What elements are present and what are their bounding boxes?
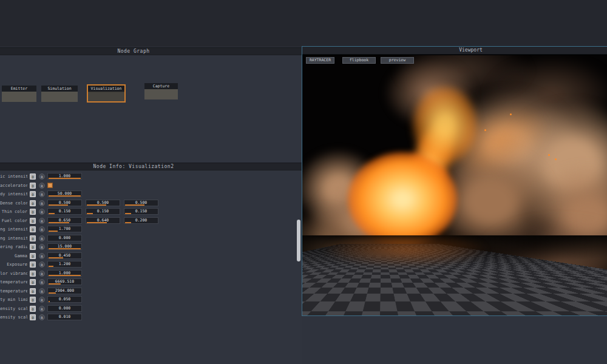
param-label: Thin color bbox=[0, 209, 27, 214]
value-field[interactable]: 1.000 bbox=[47, 270, 82, 277]
ember-spark bbox=[484, 129, 486, 131]
viewport-button-raytracer[interactable]: RAYTRACER bbox=[306, 57, 334, 64]
value-field[interactable]: 1.200 bbox=[47, 261, 82, 268]
viewport-scene[interactable]: RAYTRACERflipbookpreview bbox=[302, 55, 607, 315]
slider-fill bbox=[49, 275, 81, 276]
param-row: ering radius0R15.000 bbox=[0, 243, 302, 252]
keyframe-button[interactable]: 0 bbox=[30, 306, 36, 312]
value-field[interactable]: 0.500 bbox=[47, 200, 82, 206]
keyframe-button[interactable]: 0 bbox=[30, 235, 36, 241]
reset-button[interactable]: R bbox=[39, 174, 45, 180]
reset-button[interactable]: R bbox=[39, 314, 45, 320]
ember-spark bbox=[548, 154, 550, 156]
node-graph-canvas[interactable]: EmitterSimulationVisualizationCapture bbox=[0, 56, 302, 163]
value-field[interactable]: 0.150 bbox=[124, 208, 158, 215]
reset-button[interactable]: R bbox=[39, 297, 45, 303]
reset-button[interactable]: R bbox=[39, 253, 45, 259]
value-field[interactable]: 6669.510 bbox=[47, 278, 82, 285]
slider-fill bbox=[49, 204, 68, 206]
keyframe-button[interactable]: 0 bbox=[30, 261, 36, 268]
value-field[interactable]: 0.650 bbox=[47, 217, 82, 224]
node-body bbox=[88, 92, 124, 101]
slider-fill bbox=[49, 266, 53, 267]
param-label: temperature bbox=[0, 289, 27, 294]
reset-button[interactable]: R bbox=[39, 183, 45, 189]
value-field[interactable]: 0.000 bbox=[47, 305, 82, 312]
value-field[interactable]: 0.500 bbox=[124, 200, 158, 206]
reset-button[interactable]: R bbox=[39, 261, 45, 268]
reset-button[interactable]: R bbox=[39, 288, 45, 294]
value-field[interactable]: 1.000 bbox=[47, 173, 82, 180]
param-label: Dense color bbox=[0, 201, 27, 206]
param-row: ty min limit0R0.050 bbox=[0, 296, 302, 305]
keyframe-button[interactable]: 0 bbox=[30, 209, 36, 215]
keyframe-button[interactable]: 0 bbox=[30, 244, 36, 250]
param-row: Gamma0R0.450 bbox=[0, 252, 302, 261]
param-label: ng intensity bbox=[0, 227, 27, 232]
keyframe-button[interactable]: 0 bbox=[30, 297, 36, 303]
slider-fill bbox=[49, 213, 55, 214]
reset-button[interactable]: R bbox=[39, 279, 45, 285]
node-graph-title: Node Graph bbox=[117, 49, 149, 54]
value-field[interactable]: 50.000 bbox=[47, 190, 82, 197]
param-checkbox[interactable] bbox=[47, 183, 53, 188]
top-background-strip bbox=[0, 0, 607, 47]
value-field[interactable]: 0.000 bbox=[47, 235, 82, 241]
keyframe-button[interactable]: 0 bbox=[30, 253, 36, 259]
node-title-label: Visualization bbox=[88, 86, 124, 92]
param-label: temperature bbox=[0, 280, 27, 285]
fire-plume bbox=[412, 86, 478, 164]
value-field[interactable]: 1.700 bbox=[47, 226, 82, 232]
node-emitter[interactable]: Emitter bbox=[2, 86, 36, 102]
param-label: Fuel color bbox=[0, 218, 27, 223]
param-row: ensity scale0R0.000 bbox=[0, 305, 302, 314]
reset-button[interactable]: R bbox=[39, 244, 45, 250]
param-label: ic intensity bbox=[0, 174, 27, 179]
value-field[interactable]: 0.640 bbox=[86, 217, 120, 224]
ember-spark bbox=[510, 113, 512, 115]
value-field[interactable]: 0.200 bbox=[124, 217, 158, 224]
value-field[interactable]: 0.450 bbox=[47, 252, 82, 259]
param-row: ic intensity0R1.000 bbox=[0, 173, 302, 181]
viewport-header: Viewport bbox=[302, 47, 607, 55]
value-field[interactable]: 0.050 bbox=[47, 296, 82, 303]
keyframe-button[interactable]: 0 bbox=[30, 183, 36, 189]
scrollbar-thumb[interactable] bbox=[297, 220, 300, 261]
param-row: ng intensity0R1.700 bbox=[0, 226, 302, 234]
reset-button[interactable]: R bbox=[39, 306, 45, 312]
value-field[interactable]: 15.000 bbox=[47, 243, 82, 250]
keyframe-button[interactable]: 0 bbox=[30, 191, 36, 197]
node-capture[interactable]: Capture bbox=[144, 83, 178, 99]
keyframe-button[interactable]: 0 bbox=[30, 174, 36, 180]
value-field[interactable]: 0.150 bbox=[47, 208, 82, 215]
keyframe-button[interactable]: 0 bbox=[30, 314, 36, 320]
node-simulation[interactable]: Simulation bbox=[41, 86, 78, 102]
reset-button[interactable]: R bbox=[39, 271, 45, 277]
value-field[interactable]: 2904.000 bbox=[47, 288, 82, 294]
param-label: accelerator bbox=[0, 183, 27, 188]
value-field[interactable]: 0.010 bbox=[47, 314, 82, 320]
reset-button[interactable]: R bbox=[39, 209, 45, 215]
node-visualization[interactable]: Visualization bbox=[87, 84, 126, 103]
viewport-button-flipbook[interactable]: flipbook bbox=[342, 57, 376, 64]
value-field[interactable]: 0.150 bbox=[86, 208, 120, 215]
node-body bbox=[144, 89, 178, 99]
value-field[interactable]: 0.500 bbox=[86, 200, 120, 206]
keyframe-button[interactable]: 0 bbox=[30, 200, 36, 206]
reset-button[interactable]: R bbox=[39, 200, 45, 206]
keyframe-button[interactable]: 0 bbox=[30, 279, 36, 285]
keyframe-button[interactable]: 0 bbox=[30, 218, 36, 224]
reset-button[interactable]: R bbox=[39, 226, 45, 232]
reset-button[interactable]: R bbox=[39, 235, 45, 241]
param-label: Exposure bbox=[0, 262, 27, 267]
reset-button[interactable]: R bbox=[39, 191, 45, 197]
keyframe-button[interactable]: 0 bbox=[30, 288, 36, 294]
param-row: Dense color0R0.5000.5000.500 bbox=[0, 200, 302, 208]
keyframe-button[interactable]: 0 bbox=[30, 226, 36, 232]
slider-fill bbox=[49, 231, 58, 232]
node-info-title: Node Info: Visualization2 bbox=[93, 164, 174, 169]
keyframe-button[interactable]: 0 bbox=[30, 271, 36, 277]
slider-fill bbox=[49, 248, 81, 249]
reset-button[interactable]: R bbox=[39, 218, 45, 224]
viewport-button-preview[interactable]: preview bbox=[381, 57, 414, 64]
